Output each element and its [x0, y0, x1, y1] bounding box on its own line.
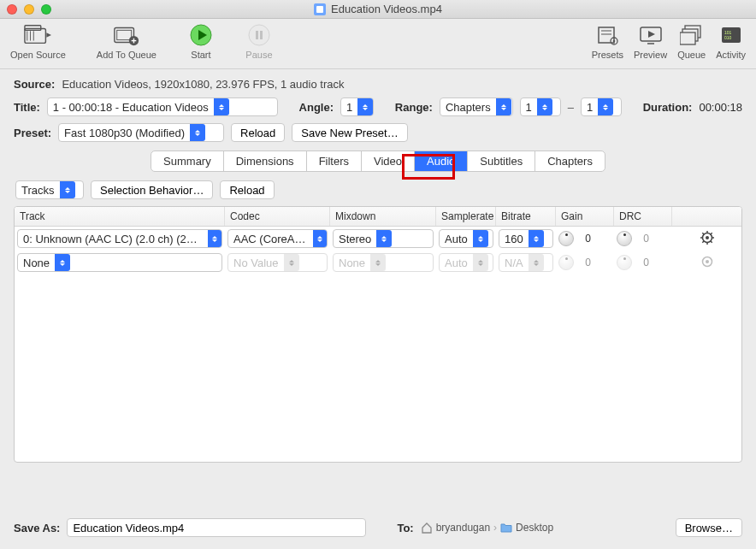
svg-marker-5 [47, 32, 52, 38]
svg-line-37 [710, 240, 712, 242]
window-title: Education Videos.mp4 [331, 3, 442, 15]
preset-select[interactable]: Fast 1080p30 (Modified) [58, 123, 224, 142]
destination-path[interactable]: bryandugan › Desktop [421, 522, 553, 534]
open-source-button[interactable]: Open Source [10, 24, 66, 60]
title-select[interactable]: 1 - 00:00:18 - Education Videos [47, 97, 278, 116]
bitrate-select: N/A [499, 253, 553, 272]
preset-reload-button[interactable]: Reload [231, 123, 285, 142]
col-samplerate[interactable]: Samplerate [436, 207, 496, 226]
tab-bar: Summary Dimensions Filters Video Audio S… [14, 151, 742, 172]
table-row: None No Value None Auto N/A 0 0 [15, 251, 741, 274]
angle-select[interactable]: 1 [340, 97, 374, 116]
track-select[interactable]: 0: Unknown (AAC LC) (2.0 ch) (253 kb… [17, 229, 222, 248]
browse-button[interactable]: Browse… [676, 518, 742, 537]
duration-label: Duration: [643, 101, 693, 114]
tab-summary[interactable]: Summary [151, 151, 224, 171]
presets-button[interactable]: Presets [592, 24, 623, 60]
svg-rect-15 [260, 31, 263, 39]
codec-select: No Value [227, 253, 328, 272]
tab-dimensions[interactable]: Dimensions [224, 151, 307, 171]
col-mixdown[interactable]: Mixdown [330, 207, 436, 226]
chevron-updown-icon [376, 230, 392, 247]
chevron-updown-icon [55, 254, 70, 271]
save-as-input[interactable] [67, 518, 366, 537]
chevron-updown-icon [208, 230, 221, 247]
tab-chapters[interactable]: Chapters [535, 151, 605, 171]
gain-value: 0 [579, 233, 591, 245]
svg-line-39 [710, 233, 712, 234]
tracks-menu[interactable]: Tracks [15, 180, 84, 199]
angle-label: Angle: [299, 101, 334, 114]
chevron-updown-icon [313, 230, 327, 247]
range-mode-select[interactable]: Chapters [440, 97, 513, 116]
range-dash: – [568, 101, 574, 114]
drc-knob [617, 255, 632, 270]
chevron-updown-icon [473, 230, 488, 247]
range-from-select[interactable]: 1 [520, 97, 561, 116]
home-icon [421, 522, 433, 534]
gain-knob [558, 255, 574, 270]
tab-filters[interactable]: Filters [307, 151, 362, 171]
svg-point-20 [613, 40, 616, 43]
activity-button[interactable]: 101010 Activity [716, 24, 746, 60]
svg-point-31 [706, 236, 709, 239]
codec-select[interactable]: AAC (CoreAudio) [227, 229, 328, 248]
gain-knob[interactable] [558, 231, 574, 246]
folder-icon [500, 522, 512, 533]
chevron-updown-icon [529, 254, 544, 271]
table-row: 0: Unknown (AAC LC) (2.0 ch) (253 kb… AA… [15, 227, 741, 251]
svg-line-38 [702, 240, 704, 242]
col-track[interactable]: Track [15, 207, 225, 226]
audio-reload-button[interactable]: Reload [220, 180, 274, 199]
gain-value: 0 [579, 257, 591, 269]
svg-rect-26 [680, 32, 695, 44]
svg-point-41 [706, 260, 709, 263]
preset-label: Preset: [14, 127, 51, 139]
footer-bar: Save As: To: bryandugan › Desktop Browse… [0, 510, 756, 549]
source-label: Source: [14, 78, 55, 91]
svg-rect-7 [117, 30, 132, 39]
svg-line-36 [702, 233, 704, 234]
add-to-queue-button[interactable]: Add To Queue [97, 24, 157, 60]
selection-behavior-button[interactable]: Selection Behavior… [91, 180, 213, 199]
duration-value: 00:00:18 [699, 101, 742, 114]
save-new-preset-button[interactable]: Save New Preset… [292, 123, 407, 142]
tab-video[interactable]: Video [362, 151, 415, 171]
bitrate-select[interactable]: 160 [499, 229, 553, 248]
mixdown-select[interactable]: Stereo [333, 229, 434, 248]
svg-rect-16 [599, 27, 614, 43]
col-gain[interactable]: Gain [556, 207, 614, 226]
svg-text:010: 010 [724, 35, 732, 40]
pause-button: Pause [245, 24, 273, 60]
audio-tracks-table: Track Codec Mixdown Samplerate Bitrate G… [14, 206, 742, 463]
svg-rect-14 [256, 31, 258, 39]
col-bitrate[interactable]: Bitrate [496, 207, 556, 226]
tab-audio[interactable]: Audio [415, 151, 468, 171]
chevron-right-icon: › [493, 522, 497, 534]
title-label: Title: [14, 101, 40, 114]
drc-value: 0 [637, 233, 649, 245]
track-select[interactable]: None [17, 253, 222, 272]
drc-knob[interactable] [617, 231, 632, 246]
chevron-updown-icon [190, 124, 205, 141]
start-button[interactable]: Start [187, 24, 215, 60]
range-to-select[interactable]: 1 [581, 97, 622, 116]
gear-icon[interactable] [700, 231, 714, 245]
drc-value: 0 [637, 257, 649, 269]
col-codec[interactable]: Codec [225, 207, 330, 226]
queue-button[interactable]: Queue [677, 24, 706, 60]
samplerate-select: Auto [439, 253, 493, 272]
col-drc[interactable]: DRC [614, 207, 672, 226]
source-info: Education Videos, 1920x1080, 23.976 FPS,… [62, 78, 344, 91]
svg-marker-22 [648, 31, 655, 38]
chevron-updown-icon [357, 98, 373, 115]
chevron-updown-icon [537, 98, 552, 115]
document-icon [314, 3, 326, 15]
samplerate-select[interactable]: Auto [439, 229, 493, 248]
chevron-updown-icon [370, 254, 386, 271]
tab-subtitles[interactable]: Subtitles [468, 151, 535, 171]
preview-button[interactable]: Preview [634, 24, 667, 60]
range-label: Range: [395, 101, 433, 114]
svg-point-13 [249, 25, 269, 45]
chevron-updown-icon [529, 230, 544, 247]
